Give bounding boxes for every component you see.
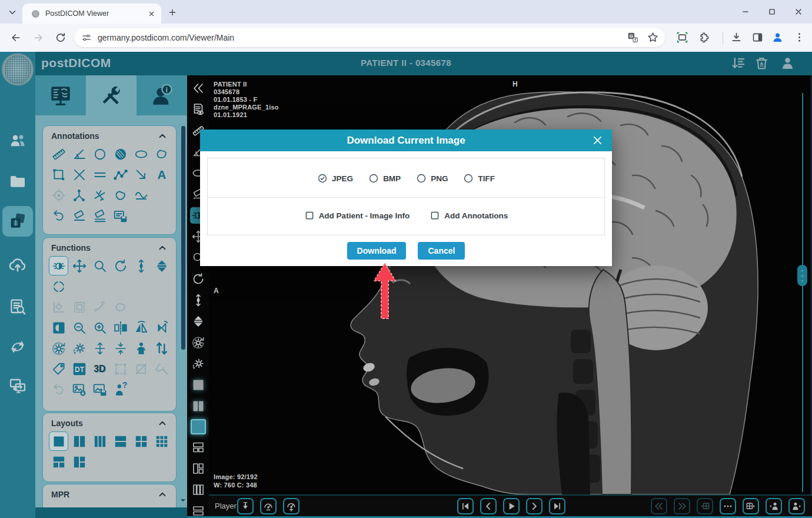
collapse-chevron-icon[interactable] — [157, 489, 168, 500]
undo-icon[interactable] — [49, 206, 68, 225]
circle-icon[interactable] — [90, 144, 109, 164]
rotate-icon[interactable] — [190, 271, 207, 287]
pan-icon[interactable] — [69, 256, 89, 275]
export-image-icon[interactable] — [69, 380, 89, 399]
collapse-chevron-icon[interactable] — [157, 418, 168, 429]
layout-2-1v-icon[interactable] — [69, 452, 89, 471]
format-radio-jpeg[interactable]: JPEG — [317, 173, 353, 184]
zoom-out-icon[interactable] — [69, 318, 89, 337]
report-view-icon[interactable] — [190, 101, 207, 118]
patient-next-icon[interactable] — [788, 498, 805, 514]
window-level-icon[interactable] — [49, 256, 68, 275]
next-frame-icon[interactable] — [526, 498, 543, 514]
lo-1-2-icon[interactable] — [190, 439, 207, 456]
remote-monitors-icon[interactable] — [2, 372, 33, 399]
checkbox-add-patient-image-info[interactable]: Add Patient - Image Info — [304, 210, 410, 221]
layout-1x2-icon[interactable] — [190, 398, 207, 414]
extensions-icon[interactable] — [697, 29, 713, 45]
tag-icon[interactable] — [49, 359, 68, 378]
patient-query-icon[interactable]: ? — [111, 380, 130, 399]
profile-icon[interactable] — [770, 29, 786, 45]
format-radio-png[interactable]: PNG — [416, 173, 448, 184]
flip-horizontal-icon[interactable] — [111, 318, 130, 337]
tab-search-chevron-icon[interactable] — [5, 5, 20, 20]
last-frame-icon[interactable] — [549, 498, 565, 514]
menu-kebab-icon[interactable] — [791, 29, 807, 45]
save-image-icon[interactable] — [90, 380, 109, 399]
reload-icon[interactable] — [53, 30, 68, 45]
format-radio-tiff[interactable]: TIFF — [463, 173, 495, 184]
rotate-gear-icon[interactable] — [49, 338, 68, 358]
eraser-all-icon[interactable] — [90, 206, 109, 225]
viewer-settings-tab[interactable] — [35, 75, 86, 115]
closed-freehand-icon[interactable] — [111, 185, 130, 205]
flip-vertical-icon[interactable] — [131, 318, 151, 337]
probe-icon[interactable] — [69, 185, 89, 205]
save-annotation-icon[interactable] — [111, 206, 130, 225]
collapse-left-icon[interactable] — [190, 80, 207, 97]
mpr-panel-header[interactable]: MPR — [43, 484, 176, 502]
more-options-icon[interactable] — [720, 498, 736, 514]
angle-icon[interactable] — [69, 144, 89, 164]
layout-2x2-icon[interactable] — [131, 431, 151, 451]
checkbox-add-annotations[interactable]: Add Annotations — [430, 210, 508, 221]
download-button[interactable]: Download — [347, 242, 407, 260]
rotate-gear-icon[interactable] — [190, 334, 207, 351]
panel-scrollbar-thumb[interactable] — [181, 126, 185, 350]
magnify-icon[interactable] — [90, 256, 109, 275]
order-search-icon[interactable] — [2, 293, 33, 320]
tab-close-icon[interactable] — [147, 9, 157, 19]
expand-vertical-icon[interactable] — [90, 338, 109, 358]
layout-1-2-icon[interactable] — [49, 452, 68, 471]
arrow-icon[interactable] — [131, 165, 151, 184]
dt-icon[interactable]: DT — [69, 359, 89, 378]
text-icon[interactable]: A — [152, 165, 171, 184]
prev-frame-icon[interactable] — [480, 498, 497, 514]
layout-1x1-icon[interactable] — [49, 431, 68, 451]
functions-panel-header[interactable]: Functions — [43, 238, 176, 255]
filled-circle-icon[interactable] — [111, 144, 130, 164]
window-maximize-icon[interactable] — [764, 4, 780, 19]
zoom-in-icon[interactable] — [90, 318, 109, 337]
panel-scrollbar-arrow[interactable] — [181, 499, 185, 504]
panel-scrollbar[interactable] — [181, 122, 186, 504]
layout-current-icon[interactable] — [191, 419, 206, 434]
folders-icon[interactable] — [2, 168, 33, 195]
collapse-chevron-icon[interactable] — [157, 243, 168, 253]
stack-scroll-icon[interactable] — [152, 256, 171, 275]
layout-1x1-icon[interactable] — [190, 377, 207, 393]
freehand-icon[interactable] — [152, 144, 171, 164]
eraser-icon[interactable] — [69, 206, 89, 225]
rotate-window-icon[interactable] — [190, 356, 207, 372]
localizer-icon[interactable] — [49, 277, 68, 296]
window-close-icon[interactable] — [791, 4, 806, 19]
layout-3x3-icon[interactable] — [152, 431, 171, 451]
tools-tab[interactable] — [86, 75, 137, 119]
parallel-lines-icon[interactable] — [90, 165, 109, 184]
rect-roi-icon[interactable] — [49, 165, 68, 184]
threed-icon[interactable]: 3D3D — [90, 359, 109, 378]
layout-2x1-icon[interactable] — [111, 431, 130, 451]
lo-2-1v-icon[interactable] — [190, 460, 207, 477]
cross-icon[interactable] — [69, 165, 89, 184]
annotations-panel-header[interactable]: Annotations — [43, 126, 176, 144]
translate-icon[interactable]: G — [625, 29, 641, 45]
rotate-icon[interactable] — [111, 256, 130, 275]
patient-prev-icon[interactable] — [766, 498, 782, 514]
account-icon[interactable] — [780, 55, 796, 71]
speed-up-icon[interactable] — [283, 498, 299, 514]
patient-info-tab[interactable]: i — [137, 75, 187, 115]
patients-icon[interactable] — [2, 127, 33, 154]
bookmark-star-icon[interactable] — [645, 29, 661, 45]
browser-tab[interactable]: PostDICOM Viewer — [22, 4, 161, 24]
back-icon[interactable] — [8, 30, 24, 45]
grid-next-icon[interactable] — [743, 498, 759, 514]
play-icon[interactable] — [503, 498, 520, 514]
reset-flip-icon[interactable] — [152, 318, 171, 337]
sort-icon[interactable] — [730, 55, 746, 71]
side-panel-icon[interactable] — [750, 29, 766, 45]
cancel-button[interactable]: Cancel — [418, 242, 465, 260]
invert-icon[interactable] — [49, 318, 68, 337]
image-scroll-track[interactable] — [802, 93, 803, 492]
layouts-panel-header[interactable]: Layouts — [43, 413, 176, 431]
